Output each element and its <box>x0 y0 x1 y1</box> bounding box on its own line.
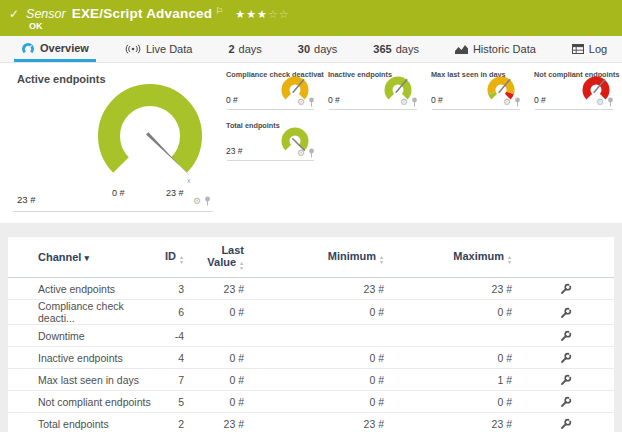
column-header-id[interactable]: ID▲▼ <box>158 237 190 278</box>
overview-section: Active endpoints x 0 # 23 # 23 # ⚙ Compl… <box>0 63 622 223</box>
gear-icon[interactable]: ⚙ <box>400 98 408 107</box>
channel-cell: Not compliant endpoints <box>8 391 158 413</box>
maximum-cell: 0 # <box>390 347 518 369</box>
id-cell: 2 <box>158 413 190 432</box>
sensor-status-bar: ✓ Sensor EXE/Script Advanced ⚐ ★★★☆☆ OK <box>0 0 622 36</box>
card-divider <box>227 160 314 161</box>
wrench-icon[interactable] <box>560 283 572 295</box>
needle-tip-marker: x <box>187 177 191 184</box>
table-row: Downtime -4 <box>8 325 614 347</box>
maximum-cell: 23 # <box>390 278 518 300</box>
column-header-minimum[interactable]: Minimum▲▼ <box>250 237 390 278</box>
channel-cell: Inactive endpoints <box>8 347 158 369</box>
gauge-value: 0 # <box>534 95 546 105</box>
status-badge: OK <box>29 21 43 31</box>
tab-overview-label: Overview <box>40 42 89 54</box>
column-header-last-value[interactable]: Last Value▲▼ <box>190 237 250 278</box>
card-divider <box>432 109 520 110</box>
tab-bar: Overview Live Data 2 days 30 days 365 da… <box>0 36 622 63</box>
gear-icon[interactable]: ⚙ <box>193 197 201 206</box>
gear-icon[interactable]: ⚙ <box>297 98 305 107</box>
object-kind-label: Sensor <box>26 7 66 21</box>
pin-icon[interactable] <box>308 148 315 158</box>
wrench-icon[interactable] <box>560 352 572 364</box>
column-header-maximum[interactable]: Maximum▲▼ <box>390 237 518 278</box>
wrench-icon[interactable] <box>560 307 572 319</box>
card-divider <box>535 109 613 110</box>
minimum-cell: 0 # <box>250 369 390 391</box>
gear-icon[interactable]: ⚙ <box>503 98 511 107</box>
edit-cell <box>518 391 614 413</box>
maximum-cell: 0 # <box>390 300 518 325</box>
last-value-cell: 23 # <box>190 413 250 432</box>
caret-down-icon: ▾ <box>84 253 89 263</box>
edit-cell <box>518 347 614 369</box>
last-value-cell: 23 # <box>190 278 250 300</box>
tab-2-days[interactable]: 2 days <box>221 36 268 62</box>
minimum-cell <box>250 325 390 347</box>
channel-table-body: Active endpoints 3 23 # 23 # 23 # Compli… <box>8 278 614 432</box>
id-cell: 3 <box>158 278 190 300</box>
card-divider <box>13 211 213 212</box>
gear-icon[interactable]: ⚙ <box>297 149 305 158</box>
maximum-cell: 0 # <box>390 391 518 413</box>
id-cell: 5 <box>158 391 190 413</box>
last-value-cell: 0 # <box>190 369 250 391</box>
gauge-card-not-compliant: Not compliant endpoints 0 # ⚙ <box>530 67 618 112</box>
log-table-icon <box>572 44 584 54</box>
minimum-cell: 23 # <box>250 278 390 300</box>
minimum-cell: 0 # <box>250 300 390 325</box>
gauge-icon <box>21 42 35 54</box>
tab-historic-data[interactable]: Historic Data <box>448 36 543 62</box>
channel-cell: Active endpoints <box>8 278 158 300</box>
channel-cell: Total endpoints <box>8 413 158 432</box>
gauge-value: 0 # <box>431 95 443 105</box>
pin-icon[interactable] <box>204 196 211 206</box>
minimum-cell: 0 # <box>250 347 390 369</box>
wrench-icon[interactable] <box>560 374 572 386</box>
table-row: Inactive endpoints 4 0 # 0 # 0 # <box>8 347 614 369</box>
pin-icon[interactable] <box>514 97 521 107</box>
id-cell: 6 <box>158 300 190 325</box>
priority-star-rating[interactable]: ★★★☆☆ <box>235 8 289 21</box>
channel-cell: Downtime <box>8 325 158 347</box>
gauge-card-active-endpoints: Active endpoints x 0 # 23 # 23 # ⚙ <box>8 67 218 214</box>
id-cell: 7 <box>158 369 190 391</box>
gauge-scale-max: 23 # <box>166 188 184 198</box>
sort-icon: ▲▼ <box>239 261 244 270</box>
wrench-icon[interactable] <box>560 396 572 408</box>
tab-overview[interactable]: Overview <box>14 36 96 62</box>
column-header-channel[interactable]: Channel▾ <box>8 237 158 278</box>
wrench-icon[interactable] <box>560 418 572 430</box>
gauge-value: 0 # <box>226 95 238 105</box>
channel-cell: Max last seen in days <box>8 369 158 391</box>
tab-log[interactable]: Log <box>565 36 614 62</box>
table-row: Compliance check deacti... 6 0 # 0 # 0 # <box>8 300 614 325</box>
table-row: Total endpoints 2 23 # 23 # 23 # <box>8 413 614 432</box>
pin-icon[interactable] <box>411 97 418 107</box>
stars-filled: ★★★ <box>235 8 268 20</box>
area-chart-icon <box>455 44 468 54</box>
gauge-needle <box>146 132 181 167</box>
last-value-cell: 0 # <box>190 300 250 325</box>
tab-365-days[interactable]: 365 days <box>366 36 426 62</box>
card-divider <box>329 109 417 110</box>
maximum-cell: 1 # <box>390 369 518 391</box>
channel-table-panel: Channel▾ ID▲▼ Last Value▲▼ Minimum▲▼ Max… <box>8 237 614 432</box>
tab-30-days-number: 30 <box>298 43 310 55</box>
last-value-cell <box>190 325 250 347</box>
gear-icon[interactable]: ⚙ <box>596 98 604 107</box>
tab-historic-data-label: Historic Data <box>473 43 536 55</box>
gauge-card-compliance-check: Compliance check deactivated 0 # ⚙ <box>222 67 319 112</box>
tab-live-data-label: Live Data <box>146 43 192 55</box>
maximum-cell: 23 # <box>390 413 518 432</box>
edit-cell <box>518 369 614 391</box>
wrench-icon[interactable] <box>560 330 572 342</box>
gauge-value: 0 # <box>328 95 340 105</box>
pin-icon[interactable] <box>607 97 614 107</box>
tab-30-days[interactable]: 30 days <box>291 36 345 62</box>
tab-log-label: Log <box>589 43 607 55</box>
pin-icon[interactable] <box>308 97 315 107</box>
tab-live-data[interactable]: Live Data <box>118 36 199 62</box>
gauge-title: Total endpoints <box>226 121 280 130</box>
